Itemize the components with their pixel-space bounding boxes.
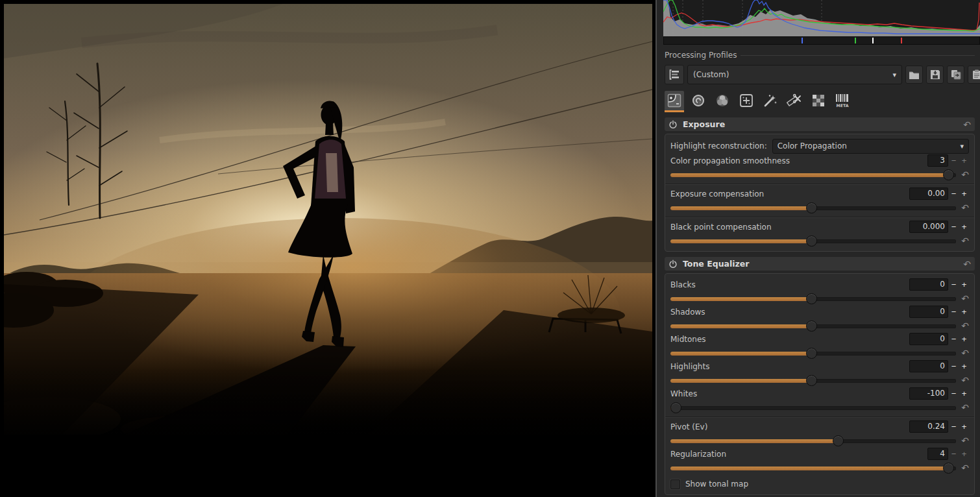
slider-track[interactable] <box>670 169 956 180</box>
chevron-down-icon: ▾ <box>960 142 964 151</box>
decrement-button[interactable]: − <box>949 278 959 291</box>
tab-exposure[interactable] <box>665 91 684 112</box>
increment-button[interactable]: + <box>959 387 969 400</box>
increment-button[interactable]: + <box>959 360 969 372</box>
decrement-button[interactable]: − <box>949 306 959 318</box>
reset-icon[interactable]: ↶ <box>961 203 969 212</box>
highlight-reconstruction-select[interactable]: Color Propagation ▾ <box>772 139 969 154</box>
value-entry[interactable]: 4 <box>927 448 948 460</box>
value-entry[interactable]: 0.24 <box>909 420 948 433</box>
slider-knob[interactable] <box>806 202 817 213</box>
processing-profiles-row: (Custom) ▾ <box>665 65 976 84</box>
slider-knob[interactable] <box>806 321 817 332</box>
slider-knob[interactable] <box>833 435 844 446</box>
photo-preview-area <box>0 0 655 497</box>
increment-button[interactable]: + <box>959 188 969 200</box>
exposure-section-header[interactable]: Exposure ↶ <box>665 117 975 131</box>
copy-profile-button[interactable] <box>947 66 964 84</box>
slider-knob[interactable] <box>806 236 817 247</box>
slider-track[interactable] <box>670 202 956 213</box>
slider-track[interactable] <box>670 375 956 385</box>
slider-track[interactable] <box>670 402 956 413</box>
white-indicator <box>872 38 874 43</box>
slider-knob[interactable] <box>806 293 817 304</box>
slider-blacks: Blacks 0 − + ↶ <box>670 278 969 305</box>
slider-knob[interactable] <box>806 375 817 386</box>
histogram-indicator-bar <box>663 37 980 45</box>
reset-icon[interactable]: ↶ <box>963 120 971 129</box>
tab-advanced[interactable] <box>737 91 756 112</box>
reset-icon[interactable]: ↶ <box>963 260 971 269</box>
decrement-button[interactable]: − <box>949 154 959 167</box>
increment-button[interactable]: + <box>959 278 969 291</box>
value-entry[interactable]: 0 <box>909 333 948 345</box>
value-entry[interactable]: 0 <box>909 306 948 318</box>
increment-button[interactable]: + <box>959 420 969 433</box>
slider-knob[interactable] <box>670 402 681 413</box>
power-icon[interactable] <box>668 120 678 129</box>
value-entry[interactable]: 0 <box>909 360 948 372</box>
decrement-button[interactable]: − <box>949 360 959 372</box>
profile-fill-mode-button[interactable] <box>665 65 684 84</box>
decrement-button[interactable]: − <box>949 448 959 460</box>
decrement-button[interactable]: − <box>949 188 959 200</box>
slider-midtones: Midtones 0 − + ↶ <box>670 332 969 359</box>
reset-icon[interactable]: ↶ <box>961 348 969 358</box>
decrement-button[interactable]: − <box>949 221 959 233</box>
chevron-down-icon: ▾ <box>892 71 896 79</box>
processing-profiles-label: Processing Profiles <box>665 51 975 60</box>
tab-metadata[interactable]: META <box>833 91 852 112</box>
tool-tab-strip: META <box>665 91 976 112</box>
slider-color-propagation-smoothness: Color propagation smoothness 3 − + ↶ <box>670 154 969 181</box>
paste-profile-button[interactable] <box>968 66 980 84</box>
slider-track[interactable] <box>670 236 956 246</box>
increment-button[interactable]: + <box>959 333 969 345</box>
slider-knob[interactable] <box>806 348 817 359</box>
decrement-button[interactable]: − <box>949 420 959 433</box>
tab-raw[interactable] <box>809 91 828 112</box>
load-profile-button[interactable] <box>905 66 923 84</box>
value-entry[interactable]: 0.00 <box>909 188 948 200</box>
reset-icon[interactable]: ↶ <box>961 321 969 330</box>
reset-icon[interactable]: ↶ <box>961 294 969 303</box>
tab-transform[interactable] <box>785 91 804 112</box>
slider-knob[interactable] <box>943 169 954 180</box>
slider-knob[interactable] <box>943 463 954 474</box>
value-entry[interactable]: -100 <box>909 387 948 400</box>
value-entry[interactable]: 0.000 <box>909 221 948 233</box>
histogram <box>663 0 980 45</box>
section-title: Tone Equalizer <box>683 259 750 269</box>
tab-detail[interactable] <box>689 91 708 112</box>
slider-highlights: Highlights 0 − + ↶ <box>670 359 969 387</box>
decrement-button[interactable]: − <box>949 387 959 400</box>
decrement-button[interactable]: − <box>949 333 959 345</box>
tab-color[interactable] <box>713 91 732 112</box>
save-profile-button[interactable] <box>926 66 944 84</box>
slider-track[interactable] <box>670 435 956 446</box>
increment-button[interactable]: + <box>959 154 969 167</box>
value-entry[interactable]: 3 <box>927 154 948 167</box>
reset-icon[interactable]: ↶ <box>961 463 969 472</box>
slider-track[interactable] <box>670 463 956 473</box>
tone-equalizer-section-header[interactable]: Tone Equalizer ↶ <box>665 257 975 271</box>
show-tonal-map-checkbox[interactable] <box>670 479 680 489</box>
svg-text:META: META <box>837 103 849 108</box>
slider-track[interactable] <box>670 293 956 304</box>
reset-icon[interactable]: ↶ <box>961 170 969 179</box>
power-icon[interactable] <box>668 260 678 269</box>
increment-button[interactable]: + <box>959 221 969 233</box>
photo-canvas[interactable] <box>4 4 652 435</box>
increment-button[interactable]: + <box>959 448 969 460</box>
value-entry[interactable]: 0 <box>909 278 948 291</box>
reset-icon[interactable]: ↶ <box>961 403 969 412</box>
increment-button[interactable]: + <box>959 306 969 318</box>
slider-track[interactable] <box>670 348 956 358</box>
slider-exposure-compensation: Exposure compensation 0.00 − + ↶ <box>670 187 969 214</box>
slider-track[interactable] <box>670 321 956 331</box>
profile-select[interactable]: (Custom) ▾ <box>687 65 902 84</box>
reset-icon[interactable]: ↶ <box>961 376 969 385</box>
section-title: Exposure <box>683 119 725 129</box>
reset-icon[interactable]: ↶ <box>961 236 969 245</box>
reset-icon[interactable]: ↶ <box>961 436 969 445</box>
tab-favorites[interactable] <box>761 91 780 112</box>
